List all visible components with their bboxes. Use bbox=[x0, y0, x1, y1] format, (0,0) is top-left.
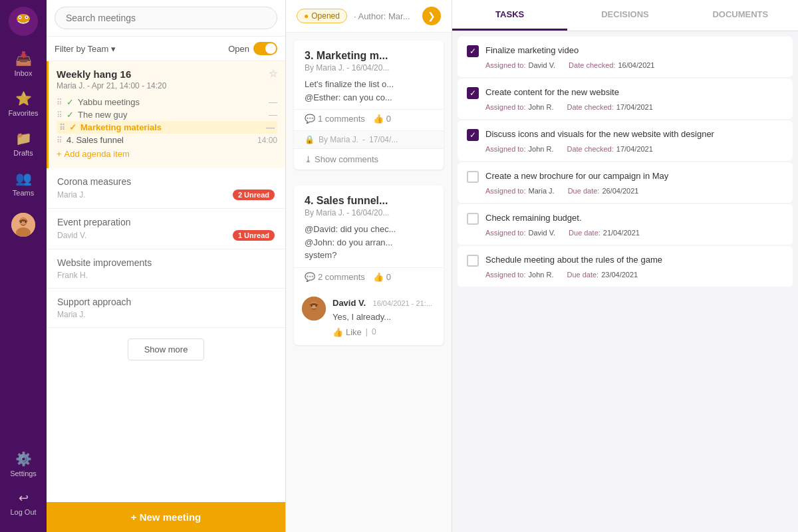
check-icon: ✓ bbox=[66, 110, 74, 120]
meeting-author: David V. bbox=[57, 231, 86, 240]
comment-icon: 💬 bbox=[305, 272, 315, 282]
drag-handle-icon: ⠿ bbox=[59, 123, 65, 132]
collapse-button[interactable]: ❯ bbox=[422, 7, 441, 25]
svg-point-11 bbox=[25, 221, 26, 223]
dash: — bbox=[266, 122, 275, 132]
comment-like-button[interactable]: 👍 Like bbox=[332, 327, 362, 337]
task-item-1: Create content for the new website Assig… bbox=[458, 78, 793, 119]
post-actions-sales: 💬 2 comments 👍 0 bbox=[294, 267, 444, 289]
agenda-item-0[interactable]: ⠿ ✓ Yabbu meetings — bbox=[57, 96, 277, 108]
task-title-1: Create content for the new website bbox=[485, 86, 619, 98]
chevron-down-icon: ▾ bbox=[111, 44, 116, 54]
dash: — bbox=[269, 97, 277, 107]
logout-icon: ↩ bbox=[19, 491, 29, 505]
like-button-sales[interactable]: 👍 0 bbox=[373, 272, 391, 282]
comment-time: 16/04/2021 - 21:... bbox=[373, 299, 432, 307]
show-more-button[interactable]: Show more bbox=[128, 338, 205, 360]
comments-button[interactable]: 💬 1 comments bbox=[305, 114, 365, 124]
task-checkbox-3[interactable] bbox=[467, 171, 479, 183]
task-checkbox-0[interactable] bbox=[467, 45, 479, 57]
drag-handle-icon: ⠿ bbox=[57, 98, 63, 107]
search-input[interactable] bbox=[55, 7, 277, 29]
status-badge-opened: ● Opened bbox=[297, 9, 347, 23]
sidebar-logo bbox=[9, 7, 38, 39]
meeting-item-corona[interactable]: Corona measures Maria J. 2 Unread bbox=[47, 168, 285, 209]
svg-point-15 bbox=[315, 305, 317, 306]
filter-team-button[interactable]: Filter by Team ▾ bbox=[55, 44, 116, 54]
post-actions: 💬 1 comments 👍 0 bbox=[294, 109, 444, 130]
comment-author: David V. bbox=[332, 298, 366, 308]
task-title-3: Create a new brochure for our campaign i… bbox=[485, 170, 668, 182]
svg-point-5 bbox=[26, 17, 27, 18]
drag-handle-icon: ⠿ bbox=[57, 110, 63, 120]
task-item-3: Create a new brochure for our campaign i… bbox=[458, 162, 793, 203]
right-panel: TASKS DECISIONS DOCUMENTS Finalize marke… bbox=[452, 0, 798, 532]
comment-text: Yes, I already... bbox=[332, 311, 436, 323]
task-title-4: Check remaining budget. bbox=[485, 212, 582, 224]
task-title-2: Discuss icons and visuals for the new we… bbox=[485, 128, 714, 140]
like-button[interactable]: 👍 0 bbox=[373, 114, 391, 124]
sidebar-item-teams-label: Teams bbox=[13, 189, 34, 197]
drag-handle-icon: ⠿ bbox=[57, 136, 63, 145]
tab-tasks[interactable]: TASKS bbox=[452, 0, 567, 31]
author-text: · Author: Mar... bbox=[354, 11, 410, 21]
active-meeting-title: Weekly hang 16 ☆ bbox=[57, 68, 277, 80]
favorites-icon: ⭐ bbox=[15, 90, 32, 106]
task-checkbox-1[interactable] bbox=[467, 87, 479, 99]
agenda-post-marketing: 3. Marketing m... By Maria J. - 16/04/20… bbox=[294, 41, 444, 170]
agenda-item-3[interactable]: ⠿ 4. Sales funnel 14:00 bbox=[57, 134, 277, 146]
star-icon[interactable]: ☆ bbox=[269, 68, 277, 80]
sidebar-item-drafts[interactable]: 📁 Drafts bbox=[0, 124, 47, 164]
sidebar-logout[interactable]: ↩ Log Out bbox=[0, 484, 47, 523]
post-lock-indicator: 🔒 By Maria J. - 17/04/... bbox=[294, 130, 444, 148]
thumb-up-icon: 👍 bbox=[332, 327, 343, 337]
teams-icon: 👥 bbox=[15, 170, 32, 186]
open-toggle-label: Open bbox=[228, 44, 249, 54]
meeting-author: Maria J. bbox=[57, 190, 86, 200]
task-checkbox-2[interactable] bbox=[467, 129, 479, 141]
comment-item: David V. 16/04/2021 - 21:... Yes, I alre… bbox=[302, 297, 436, 337]
meeting-item-event[interactable]: Event preparation David V. 1 Unread bbox=[47, 209, 285, 249]
new-meeting-button[interactable]: + New meeting bbox=[47, 502, 285, 532]
comment-section: David V. 16/04/2021 - 21:... Yes, I alre… bbox=[294, 297, 444, 345]
show-comments-button[interactable]: ⤓ Show comments bbox=[294, 148, 444, 170]
thumbs-up-icon: 👍 bbox=[373, 114, 384, 124]
chevron-right-icon: ❯ bbox=[428, 11, 436, 21]
comment-avatar bbox=[302, 297, 326, 321]
active-check-icon: ✓ bbox=[69, 122, 76, 132]
filter-bar: Filter by Team ▾ Open bbox=[47, 37, 285, 61]
sidebar-item-settings[interactable]: ⚙️ Settings bbox=[0, 444, 47, 484]
search-bar bbox=[47, 0, 285, 37]
task-item-2: Discuss icons and visuals for the new we… bbox=[458, 120, 793, 161]
post-body-sales: @David: did you chec...@John: do you arr… bbox=[294, 223, 444, 267]
tab-documents[interactable]: DOCUMENTS bbox=[683, 0, 798, 31]
sidebar-logout-label: Log Out bbox=[10, 508, 36, 516]
task-checkbox-5[interactable] bbox=[467, 255, 479, 267]
svg-point-14 bbox=[311, 305, 312, 306]
open-toggle[interactable] bbox=[253, 42, 277, 55]
add-agenda-button[interactable]: + Add agenda item bbox=[57, 146, 277, 162]
svg-point-10 bbox=[20, 221, 21, 223]
meeting-item-support[interactable]: Support approach Maria J. bbox=[47, 289, 285, 328]
drafts-icon: 📁 bbox=[15, 130, 32, 146]
meeting-item-website[interactable]: Website improvements Frank H. bbox=[47, 249, 285, 289]
dash: — bbox=[269, 110, 277, 120]
task-checkbox-4[interactable] bbox=[467, 213, 479, 225]
unread-badge: 2 Unread bbox=[233, 190, 275, 200]
active-meeting[interactable]: Weekly hang 16 ☆ Maria J. - Apr 21, 14:0… bbox=[47, 61, 285, 168]
post-body-marketing: Let's finalize the list o...@Esther: can… bbox=[294, 78, 444, 109]
sidebar-item-drafts-label: Drafts bbox=[13, 149, 33, 157]
sidebar-avatar[interactable] bbox=[0, 206, 47, 243]
middle-panel: ● Opened · Author: Mar... ❯ 3. Marketing… bbox=[286, 0, 452, 532]
agenda-item-1[interactable]: ⠿ ✓ The new guy — bbox=[57, 108, 277, 121]
filter-label: Filter by Team bbox=[55, 44, 108, 54]
tasks-list: Finalize marketing video Assigned to: Da… bbox=[452, 31, 798, 293]
tab-decisions[interactable]: DECISIONS bbox=[567, 0, 682, 31]
sidebar-item-teams[interactable]: 👥 Teams bbox=[0, 164, 47, 203]
tabs-bar: TASKS DECISIONS DOCUMENTS bbox=[452, 0, 798, 31]
meeting-author: Frank H. bbox=[57, 271, 88, 280]
sidebar-item-favorites[interactable]: ⭐ Favorites bbox=[0, 84, 47, 124]
sidebar-item-inbox[interactable]: 📥 Inbox bbox=[0, 44, 47, 84]
comments-button-sales[interactable]: 💬 2 comments bbox=[305, 272, 365, 282]
agenda-item-2[interactable]: ⠿ ✓ Marketing materials — bbox=[57, 121, 277, 134]
